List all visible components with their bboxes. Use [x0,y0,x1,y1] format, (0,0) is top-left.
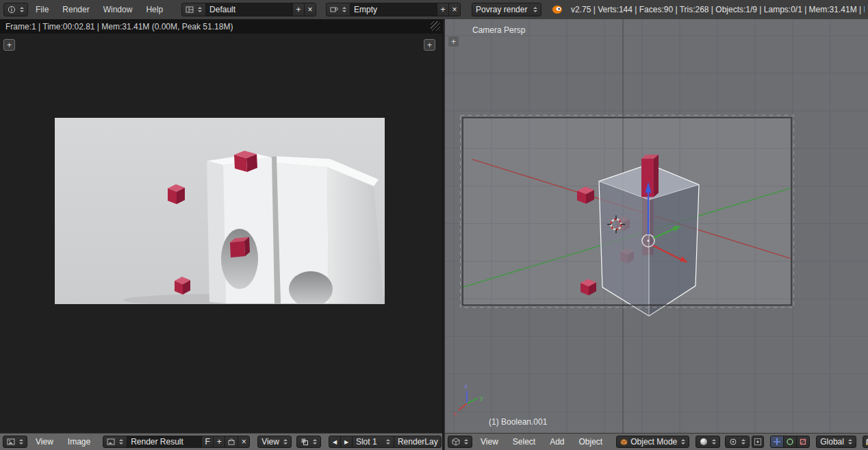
snap-button[interactable] [863,436,868,448]
info-editor-icon [8,5,16,14]
menu-image[interactable]: Image [62,437,97,447]
menu-help[interactable]: Help [140,5,169,14]
editor-type-selector[interactable] [448,436,472,448]
dropdown-arrows [848,439,852,445]
dropdown-arrows [119,439,123,445]
slot-dropdown[interactable]: Slot 1 [352,436,394,448]
dropdown-arrows [741,439,745,445]
menu-view[interactable]: View [474,437,505,447]
dropdown-arrows [681,439,685,445]
manipulator-translate-button[interactable] [770,436,784,448]
region-expand-button[interactable]: + [448,36,459,47]
boolean-slab-left [207,153,275,303]
render-info-bar: Frame:1 | Time:00:02.81 | Mem:31.41M (0.… [0,19,442,34]
render-layer-dropdown[interactable]: RenderLay [394,436,442,448]
image-editor-header: View Image Render Result F + [0,433,442,450]
image-name-field[interactable]: Render Result [127,436,202,448]
info-header: File Render Window Help Default + × [0,0,868,20]
scene-stats: v2.75 | Verts:144 | Faces:90 | Tris:268 … [571,5,865,14]
display-channels-dropdown[interactable] [296,436,321,448]
viewport-canvas[interactable]: + [445,19,868,433]
menu-object[interactable]: Object [573,437,609,447]
scale-manip-icon [799,438,807,446]
object-mode-icon [620,438,628,446]
layout-name-field[interactable]: Default [205,3,293,16]
add-scene-button[interactable]: + [437,3,449,16]
rotate-manip-icon [786,438,794,446]
image-editor-icon [7,438,15,446]
manipulator-scale-button[interactable] [796,436,810,448]
active-object-label: (1) Boolean.001 [489,417,548,427]
pack-icon [227,438,235,446]
pivot-icon [729,438,737,446]
dropdown-arrows [386,439,390,445]
scene-icon [330,5,338,14]
pivot-align-button[interactable] [752,436,764,448]
delete-scene-button[interactable]: × [448,3,461,16]
shading-sphere-icon [700,438,708,446]
viewport-scene: z y x Camera Persp (1) Boolean.001 [445,19,868,433]
dropdown-arrows [464,439,468,445]
browse-scenes-button[interactable] [326,3,350,16]
blender-window: File Render Window Help Default + × [0,0,868,450]
orientation-dropdown[interactable]: Global [816,436,856,448]
browse-layouts-button[interactable] [181,3,206,16]
scene-selector: Empty + × [326,3,461,16]
viewport-header: View Select Add Object Object Mode [445,433,868,450]
dropdown-arrows [712,439,716,445]
menu-view[interactable]: View [29,437,60,447]
scene-name-field[interactable]: Empty [350,3,437,16]
axis-z-label: z [464,382,468,390]
fake-user-button[interactable]: F [201,436,214,448]
menu-select[interactable]: Select [507,437,541,447]
view-name-label: Camera Persp [472,25,526,35]
editor-type-selector[interactable] [3,436,27,448]
dropdown-arrows [313,439,317,445]
uv-image-editor: Frame:1 | Time:00:02.81 | Mem:31.41M (0.… [0,19,444,450]
image-datablock-selector: Render Result F + × [103,436,250,448]
red-cube-on-top [234,151,257,172]
region-expand-button[interactable]: + [424,39,435,51]
region-expand-button[interactable]: + [3,39,15,51]
dropdown-arrows [20,7,24,12]
slot-prev-button[interactable]: ◀ [329,436,341,448]
channels-icon [301,438,309,446]
pivot-point-dropdown[interactable] [725,436,750,448]
red-cube-in-hole [230,237,250,258]
pivot-align-icon [754,438,762,446]
viewport-editor-icon [452,438,460,446]
render-engine-dropdown[interactable]: Povray render [472,3,541,16]
manipulator-rotate-button[interactable] [783,436,797,448]
pack-image-button[interactable] [225,436,238,448]
magnet-icon [865,438,868,446]
dropdown-arrows [198,7,202,12]
manipulator-toggles [770,436,810,448]
render-slot-group: ◀ ▶ Slot 1 RenderLay [329,436,442,448]
mode-dropdown[interactable]: Object Mode [616,436,689,448]
screen-layout-selector: Default + × [181,3,316,16]
menu-window[interactable]: Window [97,5,139,14]
image-canvas[interactable]: + + [0,34,442,433]
image-icon [107,438,115,446]
menu-render[interactable]: Render [56,5,95,14]
add-layout-button[interactable]: + [292,3,305,16]
delete-layout-button[interactable]: × [304,3,316,16]
dropdown-arrows [342,7,346,12]
render-result-image [55,118,385,304]
view-mode-dropdown[interactable]: View [257,436,292,448]
dropdown-arrows [283,439,288,445]
dropdown-arrows [533,7,537,12]
viewport-shading-dropdown[interactable] [695,436,720,448]
translate-manip-icon [773,438,781,446]
menu-file[interactable]: File [29,5,55,14]
browse-image-button[interactable] [103,436,127,448]
slot-next-button[interactable]: ▶ [340,436,353,448]
region-resize-grip[interactable] [431,21,440,31]
unlink-image-button[interactable]: × [238,436,250,448]
new-image-button[interactable]: + [213,436,225,448]
screen-layout-icon [186,5,194,14]
axis-x-label: x [453,410,457,417]
menu-add[interactable]: Add [544,437,570,447]
editor-type-selector[interactable] [3,3,28,16]
viewport-3d: + [445,19,868,450]
